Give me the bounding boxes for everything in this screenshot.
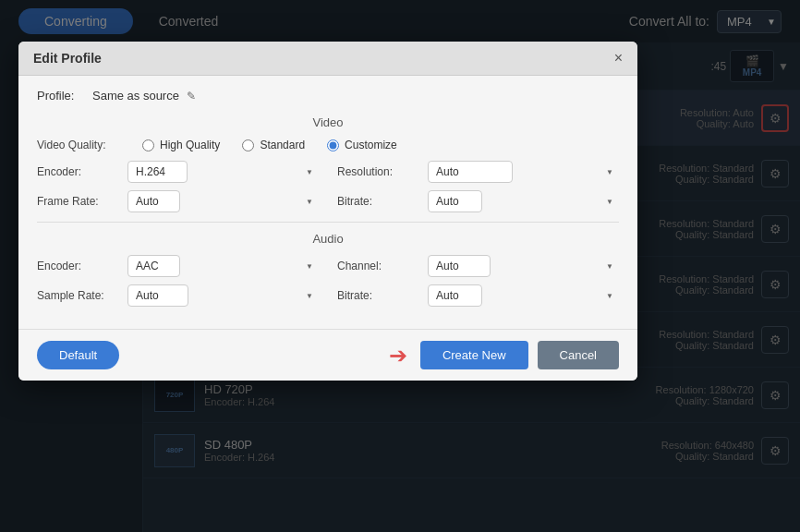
video-bitrate-row: Bitrate: Auto4000 <box>337 190 619 212</box>
standard-quality-radio[interactable] <box>242 139 254 151</box>
audio-channel-select-wrap: AutoStereo <box>428 255 619 277</box>
audio-encoder-select[interactable]: AACMP3 <box>127 255 180 277</box>
customize-quality-radio[interactable] <box>327 139 339 151</box>
video-bitrate-select-wrap: Auto4000 <box>428 190 619 212</box>
video-quality-label: Video Quality: <box>37 139 120 151</box>
modal-footer-right: ➔ Create New Cancel <box>389 341 619 369</box>
create-new-button[interactable]: Create New <box>420 341 528 369</box>
modal-close-button[interactable]: × <box>614 51 623 66</box>
audio-channel-select[interactable]: AutoStereo <box>428 255 491 277</box>
audio-samplerate-select[interactable]: Auto44100 <box>127 284 188 307</box>
video-resolution-select[interactable]: Auto1920x1080 <box>428 161 513 183</box>
video-encoder-select[interactable]: H.264H.265 <box>127 161 188 183</box>
audio-encoder-select-wrap: AACMP3 <box>127 255 319 277</box>
video-section-title: Video <box>37 115 619 129</box>
customize-quality-radio-label[interactable]: Customize <box>327 139 397 151</box>
arrow-icon: ➔ <box>389 343 407 369</box>
video-resolution-label: Resolution: <box>337 165 420 178</box>
high-quality-text: High Quality <box>160 139 220 151</box>
audio-section-title: Audio <box>37 232 619 246</box>
default-button[interactable]: Default <box>37 341 119 369</box>
customize-quality-text: Customize <box>345 139 397 151</box>
modal-header: Edit Profile × <box>18 42 637 76</box>
audio-encoder-row: Encoder: AACMP3 <box>37 255 319 277</box>
video-quality-row: Video Quality: High Quality Standard Cus… <box>37 139 619 151</box>
audio-channel-label: Channel: <box>337 260 420 272</box>
audio-channel-row: Channel: AutoStereo <box>337 255 619 277</box>
video-framerate-label: Frame Rate: <box>37 195 120 208</box>
standard-quality-radio-label[interactable]: Standard <box>242 139 305 151</box>
modal-profile-label: Profile: <box>37 89 92 103</box>
video-bitrate-select[interactable]: Auto4000 <box>428 190 482 212</box>
video-form-grid: Encoder: H.264H.265 Resolution: Auto1920… <box>37 161 619 212</box>
video-framerate-select[interactable]: Auto30 <box>127 190 180 212</box>
modal-body: Profile: Same as source ✎ Video Video Qu… <box>18 76 637 329</box>
video-framerate-row: Frame Rate: Auto30 <box>37 190 319 212</box>
cancel-button[interactable]: Cancel <box>538 341 619 369</box>
high-quality-radio[interactable] <box>142 139 154 151</box>
modal-edit-icon[interactable]: ✎ <box>187 90 196 103</box>
divider <box>37 222 619 223</box>
video-bitrate-label: Bitrate: <box>337 195 420 208</box>
video-encoder-select-wrap: H.264H.265 <box>127 161 319 183</box>
audio-samplerate-row: Sample Rate: Auto44100 <box>37 284 319 307</box>
audio-samplerate-select-wrap: Auto44100 <box>127 284 319 307</box>
modal-title: Edit Profile <box>33 51 102 66</box>
audio-encoder-label: Encoder: <box>37 260 120 272</box>
audio-bitrate-row: Bitrate: Auto128k <box>337 284 619 307</box>
edit-profile-modal: Edit Profile × Profile: Same as source ✎… <box>18 42 637 381</box>
video-encoder-row: Encoder: H.264H.265 <box>37 161 319 183</box>
audio-bitrate-select-wrap: Auto128k <box>428 284 619 307</box>
audio-form-grid: Encoder: AACMP3 Channel: AutoStereo <box>37 255 619 307</box>
standard-quality-text: Standard <box>260 139 305 151</box>
modal-footer: Default ➔ Create New Cancel <box>18 329 637 381</box>
modal-profile-value: Same as source <box>92 89 179 103</box>
modal-profile-row: Profile: Same as source ✎ <box>37 89 619 103</box>
modal-overlay: Edit Profile × Profile: Same as source ✎… <box>0 0 800 532</box>
video-resolution-row: Resolution: Auto1920x1080 <box>337 161 619 183</box>
audio-bitrate-label: Bitrate: <box>337 289 420 302</box>
video-framerate-select-wrap: Auto30 <box>127 190 319 212</box>
audio-samplerate-label: Sample Rate: <box>37 289 120 302</box>
high-quality-radio-label[interactable]: High Quality <box>142 139 220 151</box>
audio-bitrate-select[interactable]: Auto128k <box>428 284 482 307</box>
video-encoder-label: Encoder: <box>37 165 120 178</box>
video-resolution-select-wrap: Auto1920x1080 <box>428 161 619 183</box>
